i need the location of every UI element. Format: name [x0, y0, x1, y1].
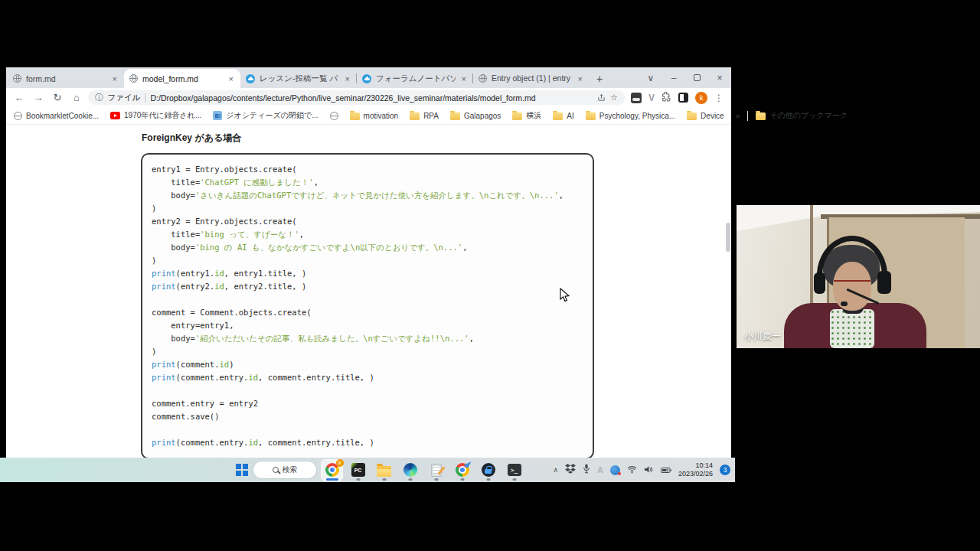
close-button[interactable]: ×: [708, 73, 731, 83]
bookmark-star-icon[interactable]: ☆: [610, 93, 618, 103]
scheme-label: ファイル: [108, 93, 141, 103]
ime-mode-indicator[interactable]: A: [597, 465, 603, 474]
bookmark-item[interactable]: motivation: [350, 111, 399, 120]
notepad-taskbar-button[interactable]: [426, 460, 446, 481]
running-indicator: [460, 478, 464, 481]
folder-icon: [756, 112, 766, 120]
youtube-icon: [110, 112, 120, 119]
terminal-taskbar-button[interactable]: [504, 460, 524, 481]
bookmark-item[interactable]: 横浜: [512, 110, 541, 121]
reload-button[interactable]: ↻: [50, 92, 65, 103]
tab-close-icon[interactable]: ×: [344, 74, 351, 83]
globe-icon: [330, 112, 338, 120]
keepass-icon: [482, 463, 495, 477]
scrollbar-thumb[interactable]: [726, 223, 730, 252]
code-line: ): [152, 254, 583, 267]
tab-bar: form.md×model_form.md×レッスン-投稿一覧 パソコン仕事×フ…: [6, 67, 731, 88]
bookmark-label: Galapagos: [464, 112, 501, 120]
back-button[interactable]: ←: [11, 92, 27, 103]
bookmark-item[interactable]: BookmarkletCookie...: [14, 112, 99, 120]
address-bar[interactable]: ⓘ ファイル D:/Dropbox/galapagos/contents/lec…: [88, 90, 625, 105]
info-icon[interactable]: ⓘ: [95, 93, 103, 103]
running-indicator: [486, 478, 490, 481]
bookmark-item[interactable]: [330, 112, 338, 120]
headset-mic-tip: [841, 302, 848, 306]
headset-earcup-right: [877, 271, 891, 294]
home-button[interactable]: ⌂: [69, 92, 84, 103]
vimium-extension-icon[interactable]: V: [648, 93, 655, 103]
notepad-icon: [431, 464, 442, 477]
code-line: entry1 = Entry.objects.create(: [152, 163, 583, 176]
folder-icon: [450, 112, 460, 120]
restore-button[interactable]: [685, 73, 708, 83]
bookmark-label: RPA: [423, 112, 439, 120]
clock-date: 2023/02/26: [678, 470, 713, 478]
windows-taskbar: 検索 k ∧ A: [0, 458, 735, 482]
notification-count-badge[interactable]: 3: [720, 465, 730, 475]
side-panel-icon[interactable]: [678, 93, 688, 103]
other-bookmarks-folder[interactable]: その他のブックマーク: [756, 110, 848, 121]
folder-taskbar-button[interactable]: [374, 460, 394, 481]
folder-icon: [410, 112, 420, 120]
taskbar-clock[interactable]: 10:14 2023/02/26: [678, 461, 713, 479]
globe-favicon: [479, 74, 487, 83]
minimize-button[interactable]: –: [662, 73, 685, 83]
browser-tab[interactable]: model_form.md×: [124, 69, 240, 88]
bookmark-item[interactable]: B!ジオシティーズの閉鎖で...: [213, 110, 318, 121]
chrome-taskbar-button[interactable]: k: [322, 460, 342, 481]
bookmark-item[interactable]: Device: [687, 111, 724, 120]
microphone-icon[interactable]: [583, 463, 590, 477]
pycharm-taskbar-button[interactable]: [348, 460, 368, 481]
bookmark-item[interactable]: Galapagos: [450, 111, 501, 120]
browser-tab[interactable]: レッスン-投稿一覧 パソコン仕事×: [240, 69, 357, 88]
folder-icon: [586, 112, 596, 120]
tab-close-icon[interactable]: ×: [111, 74, 119, 83]
tab-search-chevron-icon[interactable]: ∨: [639, 73, 662, 83]
headset-earcup-left: [814, 272, 825, 294]
start-button[interactable]: [236, 464, 248, 476]
code-line: comment.save(): [152, 410, 583, 423]
bookmark-item[interactable]: AI: [553, 111, 573, 120]
blueapp-icon: B!: [213, 111, 222, 120]
window-controls: ∨ – ×: [639, 67, 731, 88]
chromealt-taskbar-button[interactable]: [452, 460, 472, 481]
wifi-icon[interactable]: [627, 463, 637, 477]
bookmark-item[interactable]: RPA: [410, 111, 439, 120]
tray-overflow-chevron-icon[interactable]: ∧: [553, 466, 558, 474]
volume-icon[interactable]: [644, 463, 654, 477]
edge-taskbar-button[interactable]: [400, 460, 420, 481]
folder-icon: [553, 112, 563, 120]
tab-close-icon[interactable]: ×: [577, 74, 584, 83]
browser-tab[interactable]: フォーラムノートパソコン仕事 5 倍×: [357, 69, 473, 88]
taskbar-search[interactable]: 検索: [253, 461, 316, 478]
browser-tab[interactable]: form.md×: [8, 69, 124, 88]
forward-button[interactable]: →: [31, 92, 46, 103]
new-tab-button[interactable]: +: [590, 73, 609, 88]
notification-app-icon[interactable]: [610, 465, 620, 475]
browser-toolbar: ← → ↻ ⌂ ⓘ ファイル D:/Dropbox/galapagos/cont…: [6, 88, 731, 107]
battery-icon[interactable]: [661, 463, 671, 477]
browser-tab[interactable]: Entry object (1) | entry を変更×: [473, 69, 590, 88]
share-icon[interactable]: [597, 93, 606, 102]
bookmarks-right: »その他のブックマーク: [736, 110, 848, 121]
bookmark-item[interactable]: Psychology, Physica...: [586, 111, 675, 120]
screen-share-region: form.md×model_form.md×レッスン-投稿一覧 パソコン仕事×フ…: [0, 67, 735, 482]
keepass-taskbar-button[interactable]: [478, 460, 498, 481]
profile-avatar[interactable]: k: [695, 92, 707, 104]
bookmark-label: Psychology, Physica...: [599, 112, 675, 120]
dropbox-icon[interactable]: [565, 463, 576, 477]
code-line: ): [152, 202, 583, 215]
mouse-cursor: [560, 288, 570, 302]
bookmarks-bar: BookmarkletCookie...1970年代に録音され...B!ジオシテ…: [6, 107, 731, 125]
bookmarks-overflow-chevron[interactable]: »: [736, 112, 740, 120]
tampermonkey-extension-icon[interactable]: [631, 93, 642, 103]
running-indicator: [408, 478, 412, 481]
extensions-puzzle-icon[interactable]: [662, 91, 671, 105]
browser-menu-icon[interactable]: ⋮: [714, 93, 724, 103]
code-line: [152, 423, 583, 436]
tab-close-icon[interactable]: ×: [460, 74, 468, 83]
tab-close-icon[interactable]: ×: [227, 74, 235, 83]
bookmark-item[interactable]: 1970年代に録音され...: [110, 110, 201, 121]
code-line: entry=entry1,: [152, 319, 583, 332]
bookmark-label: 1970年代に録音され...: [124, 110, 201, 121]
